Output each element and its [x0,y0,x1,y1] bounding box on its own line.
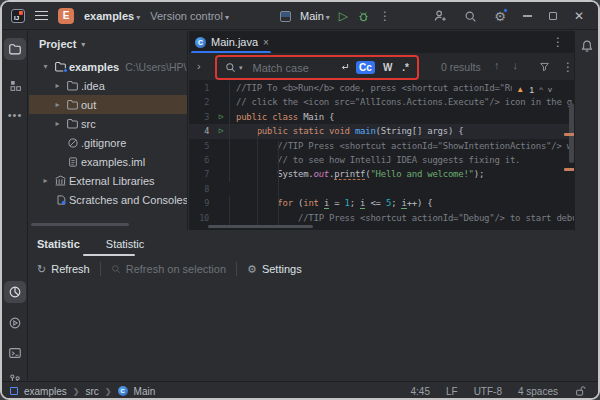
search-icon [111,264,121,274]
code-line-5[interactable]: 5 //TIP Press <shortcut actionId="ShowIn… [189,139,578,153]
settings-gear-icon[interactable]: ⚙ [494,10,506,23]
folder-icon [64,98,81,111]
tree-item-src[interactable]: ▸src [29,114,187,133]
vcs-menu[interactable]: Version control▾ [150,10,229,22]
search-icon[interactable]: ▾ [225,62,243,73]
folder-root-icon [52,60,69,73]
more-tool-windows-button[interactable]: ••• [4,104,26,126]
caret-position[interactable]: 4:45 [410,386,429,397]
code-line-4[interactable]: 4▷ public static void main(String[] args… [189,124,578,138]
expand-search-icon[interactable]: › [197,60,201,72]
run-config-selector[interactable]: Main▾ [300,10,330,22]
search-input[interactable]: Match case [249,62,334,74]
project-path: C:\Users\HP\IdeaPro [125,61,187,73]
project-panel-header[interactable]: Project▾ [29,31,187,57]
project-tool-window-button[interactable] [4,38,26,60]
editor-horizontal-scrollbar[interactable] [208,225,313,228]
next-problem-icon[interactable]: v [548,85,552,94]
settings-button[interactable]: ⚙ Settings [247,263,302,276]
tab-close-icon[interactable]: × [263,37,269,48]
structure-tool-window-button[interactable] [4,74,26,96]
code-line-9[interactable]: 9 for (int i = 1; i <= 5; i++) { [189,196,578,210]
breadcrumb-item[interactable]: src [86,386,99,397]
annotation-red-box: ▾ Match case Cc W .* [215,55,419,80]
chevron-closed-icon[interactable]: ▸ [51,100,64,109]
next-occurrence-icon[interactable]: ↓ [513,59,519,71]
tab-statistic[interactable]: Statistic [106,238,145,250]
code-view[interactable]: 1//TIP To <b>Run</b> code, press <shortc… [189,81,578,227]
file-encoding[interactable]: UTF-8 [474,386,502,397]
tree-item-examples-iml[interactable]: examples.iml [29,152,187,171]
main-menu-icon[interactable] [35,11,48,20]
tree-item-external-libraries[interactable]: ▸External Libraries [29,171,187,190]
unlocked-padlock-icon[interactable] [574,385,586,397]
line-ending[interactable]: LF [446,386,458,397]
tab-main-java[interactable]: C Main.java × [189,31,277,53]
gear-icon: ⚙ [247,263,257,276]
project-badge-icon[interactable]: E [58,8,74,24]
refresh-on-selection-button[interactable]: Refresh on selection [111,263,226,275]
project-panel: Project▾ ▾examplesC:\Users\HP\IdeaPro▸.i… [29,31,188,230]
code-line-2[interactable]: 2// click the <icon src="AllIcons.Action… [189,95,578,109]
tree-item-label: src [81,118,96,130]
code-line-7[interactable]: 7 System.out.printf("Hello and welcome!"… [189,167,578,181]
project-name-menu[interactable]: examples▾ [84,10,140,22]
statistic-tool-window-button[interactable] [4,281,26,303]
run-gutter-icon[interactable]: ▷ [213,124,229,138]
tree-item--idea[interactable]: ▸.idea [29,76,187,95]
inspections-widget[interactable]: ▲ 1 ^ v [512,83,552,96]
words-toggle[interactable]: W [381,61,394,74]
code-text: for (int i = 1; i <= 5; i++) { [229,196,578,210]
toolbar-divider [100,262,101,276]
debug-button[interactable] [357,10,370,23]
run-config-icon [280,11,291,22]
indent-setting[interactable]: 4 spaces [518,386,558,397]
breadcrumb-item[interactable]: examples [24,386,67,397]
code-line-10[interactable]: 10 //TIP Press <shortcut actionId="Debug… [189,211,578,225]
regex-toggle[interactable]: .* [400,61,411,74]
previous-occurrence-icon[interactable]: ↑ [494,59,500,71]
newline-icon[interactable] [339,62,350,73]
project-horizontal-scrollbar[interactable] [31,223,129,226]
tree-item--gitignore[interactable]: .gitignore [29,133,187,152]
services-tool-window-button[interactable] [4,312,26,334]
filter-icon[interactable] [539,61,550,72]
chevron-closed-icon[interactable]: ▸ [39,176,52,185]
add-user-icon[interactable] [433,9,447,23]
window-maximize-button[interactable] [549,12,557,20]
notifications-bell-icon[interactable] [580,39,594,53]
search-options-icon[interactable]: ⋮ [562,60,574,74]
code-line-6[interactable]: 6 // to see how IntelliJ IDEA suggests f… [189,153,578,167]
chevron-closed-icon[interactable]: ▸ [51,119,64,128]
tree-item-label: examples.iml [81,156,145,168]
window-close-button[interactable]: ✕ [574,9,584,23]
chevron-closed-icon[interactable]: ▸ [51,81,64,90]
window-minimize-button[interactable] [523,15,532,17]
tab-options-icon[interactable]: ⋮ [552,35,564,49]
match-case-toggle[interactable]: Cc [356,61,375,74]
more-actions-icon[interactable]: ⋮ [379,9,391,23]
refresh-button[interactable]: ↻ Refresh [37,263,90,276]
previous-problem-icon[interactable]: ^ [539,85,543,94]
breadcrumb-separator: ❯ [73,387,80,396]
line-number: 6 [189,153,213,167]
run-gutter-icon[interactable]: ▷ [213,110,229,124]
run-button[interactable]: ▷ [339,10,348,22]
line-number: 5 [189,139,213,153]
line-number: 7 [189,167,213,181]
breadcrumb-separator: ❯ [105,387,112,396]
search-everywhere-icon[interactable] [464,10,477,23]
status-bar: examples ❯ src ❯ C Main 4:45 LF UTF-8 4 … [2,381,598,400]
code-line-8[interactable]: 8 [189,182,578,196]
chevron-open-icon[interactable]: ▾ [39,62,52,71]
terminal-tool-window-button[interactable] [4,342,26,364]
tree-item-out[interactable]: ▸out [29,95,187,114]
tree-item-scratches-and-consoles[interactable]: Scratches and Consoles [29,190,187,209]
code-line-3[interactable]: 3▷public class Main { [189,110,578,124]
tree-item-label: out [81,99,96,111]
notification-dot [503,8,508,13]
tree-item-examples[interactable]: ▾examplesC:\Users\HP\IdeaPro [29,57,187,76]
breadcrumb-item[interactable]: Main [134,386,156,397]
code-text: public class Main { [229,110,578,124]
code-text: //TIP Press <shortcut actionId="Debug"/>… [229,211,578,225]
